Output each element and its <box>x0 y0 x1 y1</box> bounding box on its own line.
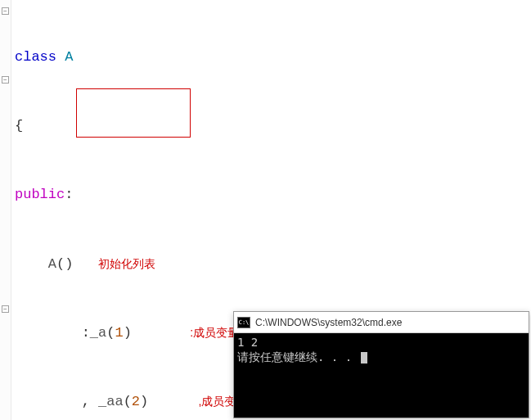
brace-open: { <box>15 118 23 133</box>
ctor-name: A <box>48 256 56 272</box>
cmd-icon <box>237 317 250 328</box>
gutter: − − − <box>0 0 11 420</box>
colon: : <box>65 187 73 202</box>
literal-2: 2 <box>132 394 140 409</box>
keyword-public: public <box>15 187 65 202</box>
rparen: ) <box>140 394 148 409</box>
console-output-1: 1 2 <box>237 336 258 349</box>
parens: () <box>56 256 73 272</box>
console-output-2: 请按任意键继续. . . <box>237 350 359 364</box>
console-cursor <box>361 352 367 364</box>
rparen: ) <box>124 325 132 341</box>
lparen: ( <box>106 325 115 341</box>
lparen: ( <box>124 394 132 409</box>
fold-class[interactable]: − <box>2 7 9 15</box>
fold-ctor[interactable]: − <box>2 76 9 84</box>
comma: , <box>82 394 90 409</box>
member-a: _a <box>90 325 106 341</box>
console-title: C:\WINDOWS\system32\cmd.exe <box>255 317 402 328</box>
annotation-initlist: 初始化列表 <box>98 257 155 270</box>
keyword-class: class <box>15 49 56 65</box>
literal-1: 1 <box>115 325 123 341</box>
member-aa: _aa <box>98 394 124 409</box>
init-colon: : <box>82 325 90 341</box>
fold-main[interactable]: − <box>2 305 9 313</box>
class-name: A <box>65 49 73 65</box>
console-titlebar[interactable]: C:\WINDOWS\system32\cmd.exe <box>234 312 529 333</box>
console-body[interactable]: 1 2 请按任意键继续. . . <box>234 333 529 418</box>
console-window[interactable]: C:\WINDOWS\system32\cmd.exe 1 2 请按任意键继续.… <box>233 311 529 418</box>
